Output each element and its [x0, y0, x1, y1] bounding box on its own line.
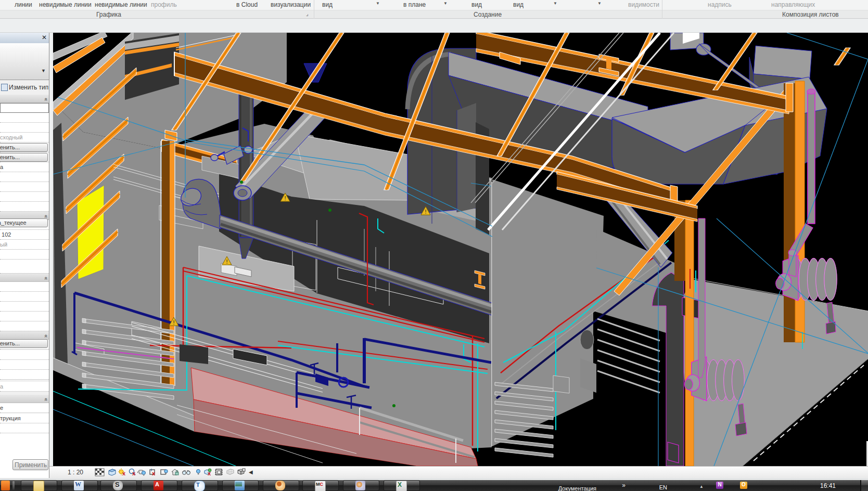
svg-text:!: !: [226, 259, 227, 265]
svg-text:!: !: [425, 209, 426, 215]
svg-text:!: !: [284, 195, 286, 201]
svg-text:x: x: [208, 470, 211, 476]
svg-text:!: !: [173, 319, 174, 326]
svg-text:x: x: [132, 470, 136, 476]
svg-text:x: x: [122, 470, 126, 476]
svg-text:x: x: [152, 470, 156, 476]
